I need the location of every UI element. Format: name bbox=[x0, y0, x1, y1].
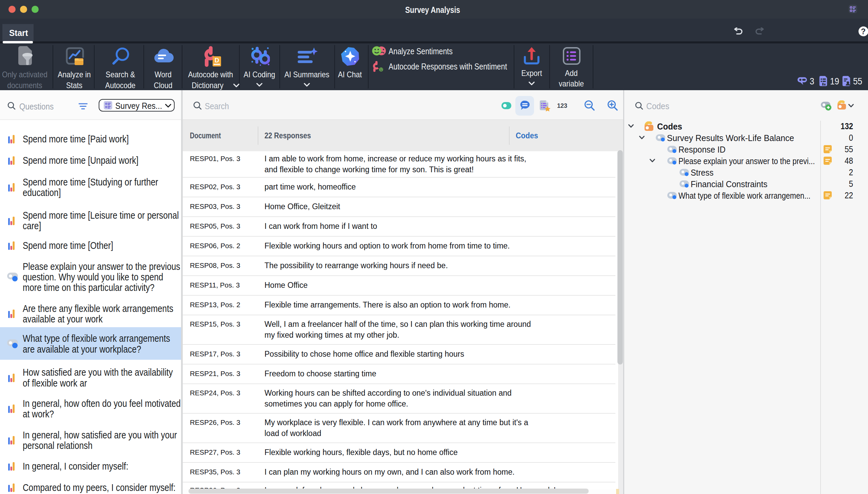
svg-text:D: D bbox=[215, 57, 219, 64]
